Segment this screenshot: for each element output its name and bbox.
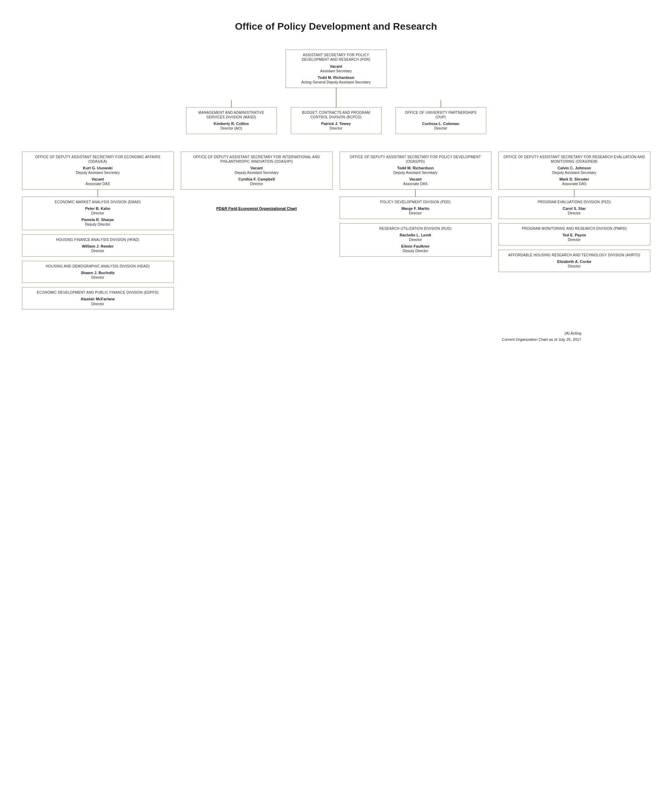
v-line-l1-1 [231, 100, 232, 107]
pmrd-p1-title: Director [568, 238, 581, 242]
odas-ipi-p1-title: Deputy Assistant Secretary [235, 170, 278, 175]
level1-col-masd: MANAGEMENT AND ADMINISTRATIVE SERVICES D… [179, 100, 284, 134]
box-ahrtd: AFFORDABLE HOUSING RESEARCH AND TECHNOLO… [499, 250, 651, 272]
level1-connector-group: MANAGEMENT AND ADMINISTRATIVE SERVICES D… [179, 100, 493, 134]
rud-p2-title: Deputy Director [403, 249, 428, 253]
odas-ea-p2-title: Associate DAS [86, 182, 110, 186]
ped-dept: PROGRAM EVALUATIONS DIVISION (PED) [503, 200, 646, 204]
odas-ea-p2-name: Vacant [91, 177, 104, 181]
pd-sub-cols: POLICY DEVELOPMENT DIVISION (PDD) Marge … [340, 197, 491, 257]
level1-box-bcpcd: BUDGET, CONTRACTS AND PROGRAM CONTROL DI… [291, 107, 382, 134]
level1-box-masd: MANAGEMENT AND ADMINISTRATIVE SERVICES D… [186, 107, 277, 134]
odas-ipi-dept: OFFICE OF DEPUTY ASSISTANT SECRETARY FOR… [185, 155, 328, 164]
odas-ea-p1-name: Kurt G. Usowski [83, 166, 113, 170]
box-pmrd: PROGRAM MONITORING AND RESEARCH DIVISION… [499, 223, 651, 246]
top-level: ASSISTANT SECRETARY FOR POLICY DEVELOPME… [179, 50, 493, 134]
hdad-p1-name: Shawn J. Bucholtz [81, 271, 115, 275]
pdd-p1-name: Marge F. Martin [402, 206, 429, 211]
footnote-line1: (A) Acting [21, 330, 581, 337]
ahrtd-p1-title: Director [568, 264, 581, 268]
odas-pd-dept: OFFICE OF DEPUTY ASSISTANT SECRETARY FOR… [344, 155, 487, 164]
footnote: (A) Acting Current Organization Chart as… [21, 330, 651, 343]
odas-ipi-p2-name: Cynthia F. Campbell [239, 177, 275, 181]
pdr-link[interactable]: PD&R Field Economist Organizational Char… [216, 206, 297, 211]
rud-dept: RESEARCH UTILIZATION DIVISION (RUD) [344, 226, 487, 231]
ahrtd-p1-name: Elizabeth A. Cocke [557, 259, 591, 264]
emad-p2-name: Pamela R. Sharpe [82, 218, 114, 222]
box-hfad: HOUSING FINANCE ANALYSIS DIVISION (HFAD)… [22, 235, 174, 257]
bcpcd-person-name: Patrick J. Tewey [321, 122, 351, 126]
odas-ea-p1-title: Deputy Assistant Secretary [76, 170, 120, 175]
level1-box-oup: OFFICE OF UNIVERSITY PARTNERSHIPS (OUP) … [395, 107, 486, 134]
box-hdad: HOUSING AND DEMOGRAPHIC ANALYSIS DIVISIO… [22, 261, 174, 283]
v-line-rem-sub [574, 190, 575, 197]
col-odas-pd: OFFICE OF DEPUTY ASSISTANT SECRETARY FOR… [340, 152, 491, 257]
top-person2-name: Todd M. Richardson [318, 76, 354, 79]
pmrd-p1-name: Ted E. Payne [562, 233, 586, 237]
top-dept: ASSISTANT SECRETARY FOR POLICY DEVELOPME… [290, 53, 382, 62]
v-line-ea-sub [97, 190, 98, 197]
hfad-p1-name: William J. Reeder [82, 244, 114, 248]
col-odas-rem: OFFICE OF DEPUTY ASSISTANT SECRETARY FOR… [499, 152, 651, 272]
link-box-pdr: PD&R Field Economist Organizational Char… [181, 203, 333, 213]
level1-col-bcpcd: BUDGET, CONTRACTS AND PROGRAM CONTROL DI… [284, 100, 389, 134]
odas-pd-p2-name: Vacant [409, 177, 422, 181]
v-line-pd-sub [415, 190, 416, 197]
pdd-dept: POLICY DEVELOPMENT DIVISION (PDD) [344, 200, 487, 204]
v-connector-top [336, 88, 336, 100]
emad-p1-name: Peter B. Kahn [85, 206, 110, 211]
masd-person-name: Kimberly R. Collins [214, 122, 249, 126]
emad-dept: ECONOMIC MARKET ANALYSIS DIVISION (EMAD) [26, 200, 169, 204]
odas-rem-dept: OFFICE OF DEPUTY ASSISTANT SECRETARY FOR… [503, 155, 646, 164]
rud-p2-name: Eileen Faulkner [401, 244, 429, 248]
ea-sub-cols: ECONOMIC MARKET ANALYSIS DIVISION (EMAD)… [22, 197, 174, 310]
rem-sub-cols: PROGRAM EVALUATIONS DIVISION (PED) Carol… [499, 197, 651, 272]
box-odas-ea: OFFICE OF DEPUTY ASSISTANT SECRETARY FOR… [22, 152, 174, 190]
box-emad: ECONOMIC MARKET ANALYSIS DIVISION (EMAD)… [22, 197, 174, 230]
bcpcd-dept: BUDGET, CONTRACTS AND PROGRAM CONTROL DI… [295, 111, 377, 119]
emad-p1-title: Director [91, 211, 104, 215]
hfad-p1-title: Director [91, 249, 104, 253]
bcpcd-person-title: Director [329, 126, 343, 130]
odas-pd-p2-title: Associate DAS [403, 182, 428, 186]
org-chart: ASSISTANT SECRETARY FOR POLICY DEVELOPME… [21, 50, 651, 309]
odas-ipi-p2-title: Director [250, 182, 263, 186]
box-odas-rem: OFFICE OF DEPUTY ASSISTANT SECRETARY FOR… [499, 152, 651, 190]
footnote-line2: Current Organization Chart as of July 25… [21, 337, 581, 343]
ped-p1-title: Director [568, 211, 581, 215]
oup-person-title: Director [434, 126, 447, 130]
edpfd-p1-title: Director [91, 302, 104, 306]
odas-rem-p2-title: Associate DAS [562, 182, 586, 186]
col-odas-ipi: OFFICE OF DEPUTY ASSISTANT SECRETARY FOR… [181, 152, 333, 213]
pdd-p1-title: Director [409, 211, 422, 215]
odas-ea-dept: OFFICE OF DEPUTY ASSISTANT SECRETARY FOR… [26, 155, 169, 164]
hdad-p1-title: Director [91, 275, 104, 279]
ped-p1-name: Carol S. Star [563, 206, 586, 211]
box-odas-ipi: OFFICE OF DEPUTY ASSISTANT SECRETARY FOR… [181, 152, 333, 190]
box-pdd: POLICY DEVELOPMENT DIVISION (PDD) Marge … [340, 197, 491, 219]
oup-dept: OFFICE OF UNIVERSITY PARTNERSHIPS (OUP) [400, 111, 482, 119]
level1-col-oup: OFFICE OF UNIVERSITY PARTNERSHIPS (OUP) … [389, 100, 493, 134]
rud-p1-title: Director [409, 238, 422, 242]
hdad-dept: HOUSING AND DEMOGRAPHIC ANALYSIS DIVISIO… [26, 264, 169, 269]
odas-pd-p1-name: Todd M. Richardson [397, 166, 434, 170]
odas-rem-p1-title: Deputy Assistant Secretary [552, 170, 596, 175]
odas-rem-p2-name: Mark D. Shroder [560, 177, 589, 181]
masd-person-title: Director (AO) [221, 126, 242, 130]
odas-rem-p1-name: Calvin C. Johnson [557, 166, 591, 170]
edpfd-p1-name: Alastair McFarlane [81, 297, 115, 301]
top-person1-title: Assistant Secretary [320, 69, 352, 73]
hfad-dept: HOUSING FINANCE ANALYSIS DIVISION (HFAD) [26, 238, 169, 242]
v-line-l1-3 [441, 100, 441, 107]
top-person1-name: Vacant [330, 64, 342, 68]
level2-row: OFFICE OF DEPUTY ASSISTANT SECRETARY FOR… [22, 152, 651, 310]
emad-p2-title: Deputy Director [85, 222, 111, 226]
rud-p1-name: Rachelle L. Levitt [400, 233, 431, 237]
level1-row: MANAGEMENT AND ADMINISTRATIVE SERVICES D… [179, 100, 493, 134]
top-box: ASSISTANT SECRETARY FOR POLICY DEVELOPME… [285, 50, 387, 88]
oup-person-name: Curtissa L. Coleman [422, 122, 459, 126]
ahrtd-dept: AFFORDABLE HOUSING RESEARCH AND TECHNOLO… [503, 253, 646, 258]
odas-pd-p1-title: Deputy Assistant Secretary [394, 170, 437, 175]
box-ped: PROGRAM EVALUATIONS DIVISION (PED) Carol… [499, 197, 651, 219]
odas-ipi-p1-name: Vacant [250, 166, 262, 170]
